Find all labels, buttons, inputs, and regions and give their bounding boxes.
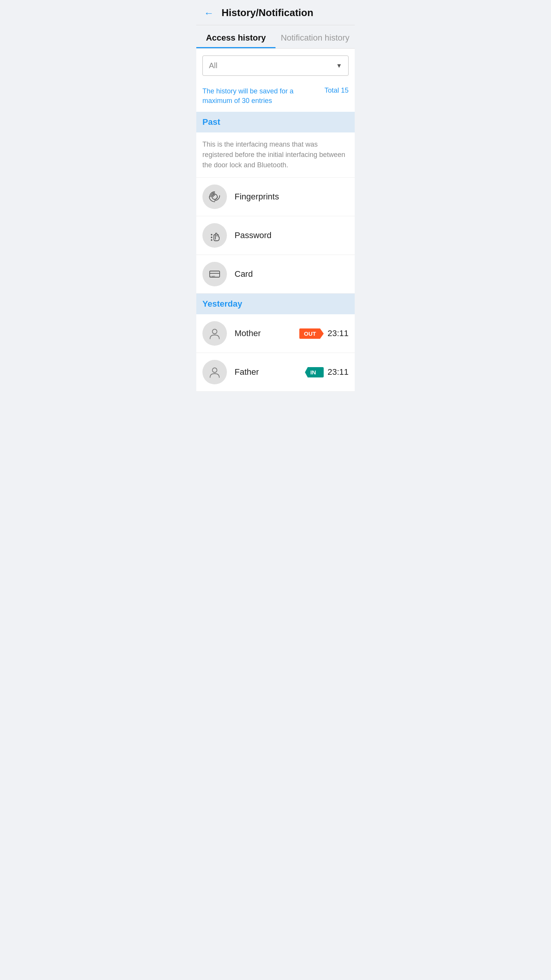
section-yesterday-header: Yesterday xyxy=(196,294,355,314)
total-count: Total 15 xyxy=(324,87,349,95)
list-item[interactable]: Mother OUT 23:11 xyxy=(196,314,355,353)
header: ← History/Notification xyxy=(196,0,355,25)
in-tag-father: IN xyxy=(305,367,324,377)
fingerprint-icon-circle xyxy=(202,185,227,209)
tab-notification-history[interactable]: Notification history xyxy=(276,25,355,48)
list-item[interactable]: CARD Card xyxy=(196,255,355,294)
person-icon-circle-mother xyxy=(202,321,227,346)
svg-point-7 xyxy=(212,329,217,334)
person-icon-circle-father xyxy=(202,360,227,384)
out-tag-mother: OUT xyxy=(299,328,324,339)
history-info-text: The history will be saved for a maximum … xyxy=(202,87,321,106)
person-icon xyxy=(208,365,222,379)
person-icon xyxy=(208,327,222,340)
info-bar: The history will be saved for a maximum … xyxy=(196,83,355,112)
father-time: 23:11 xyxy=(328,367,349,377)
list-item[interactable]: Password xyxy=(196,216,355,255)
tab-access-history[interactable]: Access history xyxy=(196,25,276,48)
card-icon-circle: CARD xyxy=(202,262,227,286)
father-label: Father xyxy=(235,367,305,377)
page-title: History/Notification xyxy=(222,7,313,19)
mother-label: Mother xyxy=(235,328,299,338)
tabs-bar: Access history Notification history xyxy=(196,25,355,49)
card-icon: CARD xyxy=(208,267,222,281)
chevron-down-icon: ▼ xyxy=(336,62,342,69)
svg-text:CARD: CARD xyxy=(210,275,215,278)
list-item[interactable]: Father IN 23:11 xyxy=(196,353,355,392)
section-past-header: Past xyxy=(196,112,355,132)
fingerprints-label: Fingerprints xyxy=(235,192,349,202)
past-desc-text: This is the interfacing means that was r… xyxy=(202,140,345,169)
password-icon-circle xyxy=(202,223,227,248)
past-description: This is the interfacing means that was r… xyxy=(196,132,355,178)
content-area: All ▼ The history will be saved for a ma… xyxy=(196,49,355,392)
svg-point-8 xyxy=(212,368,217,372)
card-label: Card xyxy=(235,269,349,279)
svg-point-3 xyxy=(211,239,212,241)
password-label: Password xyxy=(235,230,349,240)
fingerprint-icon xyxy=(208,190,222,204)
svg-point-2 xyxy=(211,237,212,238)
list-item[interactable]: Fingerprints xyxy=(196,178,355,216)
filter-label: All xyxy=(209,61,217,70)
back-button[interactable]: ← xyxy=(204,8,214,18)
filter-wrapper: All ▼ xyxy=(196,49,355,83)
section-past-title: Past xyxy=(202,117,220,127)
filter-dropdown[interactable]: All ▼ xyxy=(202,56,349,76)
svg-point-1 xyxy=(211,234,212,235)
password-icon xyxy=(208,229,222,242)
mother-time: 23:11 xyxy=(328,328,349,338)
section-yesterday-title: Yesterday xyxy=(202,299,242,309)
